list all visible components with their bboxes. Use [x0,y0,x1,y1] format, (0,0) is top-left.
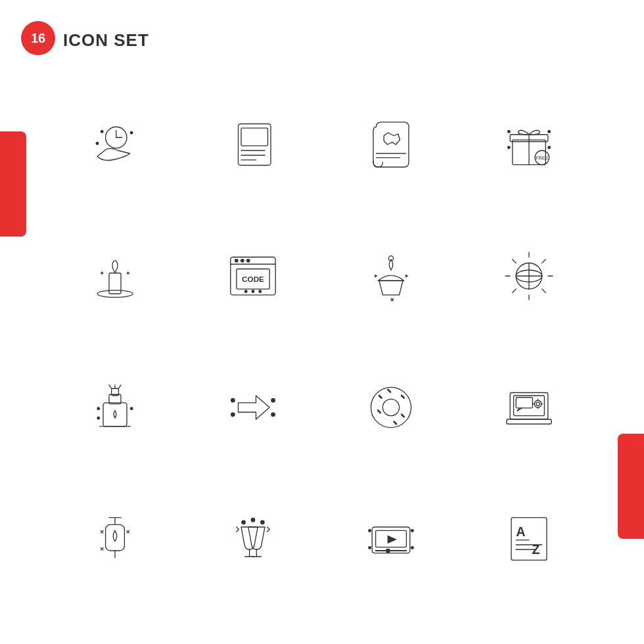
svg-point-21 [548,147,551,149]
arrow-right-icon [191,348,315,467]
svg-line-52 [542,260,545,263]
svg-point-99 [242,520,245,524]
svg-point-74 [382,399,399,415]
svg-point-70 [271,399,275,402]
icon-grid: FREE [53,85,591,598]
drinks-toast-icon [191,480,315,598]
svg-line-75 [379,396,382,398]
svg-point-67 [97,417,100,419]
map-scroll-icon [329,85,453,204]
donut-icon [329,348,453,467]
svg-point-66 [130,407,133,410]
svg-point-100 [251,518,254,522]
svg-line-77 [378,411,380,413]
alphabet-icon: A Z [467,480,591,598]
candle-icon [53,217,177,335]
svg-point-65 [97,407,100,410]
svg-point-110 [411,547,414,549]
svg-rect-6 [239,124,271,166]
svg-marker-104 [388,536,397,544]
svg-text:Z: Z [532,542,540,557]
svg-point-107 [369,530,371,532]
svg-text:CODE: CODE [242,275,264,283]
icon-count-badge: 16 [21,21,55,55]
document-list-icon [191,85,315,204]
svg-rect-7 [241,128,268,146]
laptop-settings-icon [467,348,591,467]
svg-line-80 [394,422,397,425]
svg-line-50 [513,260,516,263]
svg-point-69 [231,399,235,402]
decorative-right [618,434,644,539]
svg-text:FREE: FREE [536,155,548,161]
page-title: ICON SET [63,30,149,51]
decorative-left [0,131,26,237]
gift-free-icon: FREE [467,85,591,204]
svg-point-106 [386,549,390,552]
svg-rect-93 [106,524,125,551]
svg-marker-68 [239,396,270,419]
svg-line-79 [388,390,391,392]
svg-rect-84 [516,398,532,408]
svg-line-76 [402,396,404,398]
svg-point-5 [96,142,99,145]
svg-point-72 [271,413,275,416]
video-player-icon [329,480,453,598]
svg-point-19 [548,130,551,133]
svg-line-53 [513,289,516,292]
svg-point-71 [231,413,235,416]
svg-point-36 [244,290,247,293]
svg-line-78 [402,415,404,417]
svg-line-61 [109,385,112,388]
svg-point-73 [371,387,411,427]
svg-point-18 [508,130,511,133]
time-hand-icon [53,85,177,204]
svg-point-108 [411,530,414,532]
svg-point-33 [247,259,250,262]
svg-point-38 [259,290,262,293]
svg-point-3 [101,130,103,133]
code-browser-icon: CODE [191,217,315,335]
svg-line-63 [118,385,121,388]
globe-sun-icon [467,217,591,335]
svg-text:A: A [516,524,525,539]
svg-rect-83 [507,419,551,424]
svg-rect-82 [514,396,545,416]
svg-point-20 [508,147,511,149]
cupcake-icon [329,217,453,335]
svg-point-109 [369,547,371,549]
svg-point-101 [261,520,264,524]
blood-bag-icon [53,480,177,598]
svg-rect-58 [103,403,127,426]
svg-point-31 [235,259,239,262]
svg-point-32 [241,259,244,262]
svg-point-4 [130,131,133,134]
svg-point-86 [536,402,540,405]
svg-line-51 [542,289,545,292]
oil-dispenser-icon [53,348,177,467]
svg-point-85 [534,400,541,407]
svg-point-37 [252,290,254,293]
